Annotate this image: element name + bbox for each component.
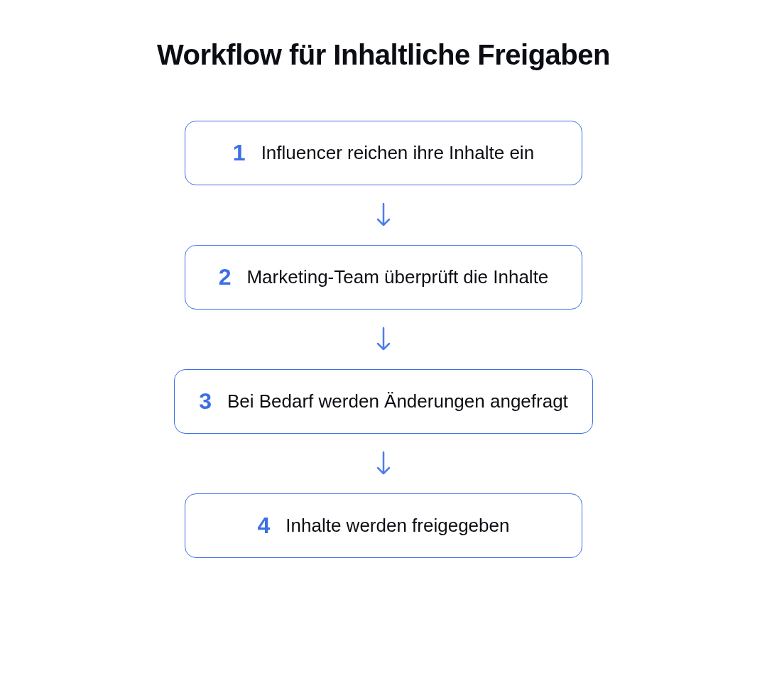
step-number: 1: [233, 140, 246, 166]
arrow-down-icon: [374, 325, 393, 354]
workflow-step: 2 Marketing-Team überprüft die Inhalte: [185, 245, 582, 310]
step-label: Bei Bedarf werden Änderungen angefragt: [227, 390, 568, 412]
workflow-step: 1 Influencer reichen ihre Inhalte ein: [185, 121, 582, 185]
step-label: Marketing-Team überprüft die Inhalte: [246, 266, 548, 288]
workflow-step: 3 Bei Bedarf werden Änderungen angefragt: [174, 369, 593, 434]
step-number: 4: [258, 513, 271, 539]
workflow-step: 4 Inhalte werden freigegeben: [185, 493, 582, 558]
arrow-down-icon: [374, 449, 393, 478]
step-number: 2: [219, 264, 232, 290]
arrow-down-icon: [374, 201, 393, 229]
step-number: 3: [199, 388, 212, 415]
step-label: Influencer reichen ihre Inhalte ein: [261, 142, 534, 164]
workflow-container: 1 Influencer reichen ihre Inhalte ein 2 …: [174, 121, 593, 558]
page-title: Workflow für Inhaltliche Freigaben: [157, 39, 610, 71]
step-label: Inhalte werden freigegeben: [285, 515, 509, 537]
